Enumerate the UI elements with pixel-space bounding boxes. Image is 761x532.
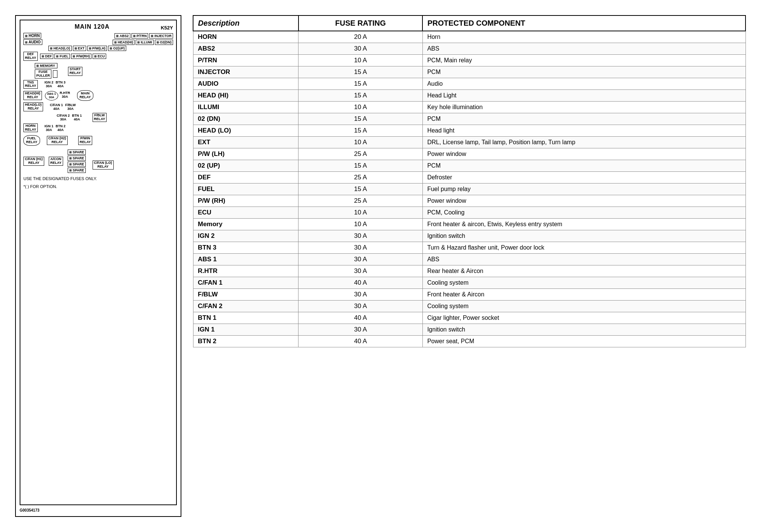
fuse-table: Description FUSE RATING PROTECTED COMPON… [193, 15, 746, 347]
relay-horn: HORNRELAY [23, 123, 38, 133]
fuse-description: HEAD (LO) [193, 125, 299, 137]
ign2-label: IGN 2 [45, 80, 54, 84]
fuse-description: IGN 2 [193, 230, 299, 242]
fuse-description: F/BLW [193, 289, 299, 301]
fuse-rating: 30 A [299, 230, 422, 242]
fuse-description: C/FAN 2 [193, 301, 299, 312]
fuse-description: INJECTOR [193, 66, 299, 78]
fuse-rating: 15 A [299, 113, 422, 125]
fuse-description: DEF [193, 172, 299, 184]
table-row: F/BLW30 AFront heater & Aircon [193, 289, 746, 301]
table-row: Memory10 AFront heater & aircon, Etwis, … [193, 219, 746, 230]
fuse-fuel: ⊞ FUEL [54, 54, 70, 59]
fuse-description: IGN 1 [193, 324, 299, 336]
fuse-component: PCM, Cooling [422, 207, 746, 219]
fuse-component: Front heater & Aircon [422, 289, 746, 301]
fuse-rating: 15 A [299, 90, 422, 102]
fuse-component: Rear heater & Aircon [422, 265, 746, 277]
fuse-component: PCM [422, 66, 746, 78]
fuse-rating: 30 A [299, 301, 422, 312]
relay-tns: TNSRELAY [23, 80, 38, 89]
fuse-description: HORN [193, 31, 299, 43]
relay-fuel: FUELRELAY [23, 135, 40, 146]
fuse-description: ABS 1 [193, 254, 299, 265]
diagram-inner: MAIN 120A K52Y ⊞ HORN ⊞ ABS2 ⊞ P/TRN ⊞ I… [20, 20, 177, 505]
fuse-pwrh: ⊞ P/W(RH) [71, 54, 91, 59]
table-row: AUDIO15 AAudio [193, 78, 746, 90]
fuse-ptrn: ⊞ P/TRN [131, 33, 148, 39]
table-row: EXT10 ADRL, License lamp, Tail lamp, Pos… [193, 137, 746, 148]
fuse-description: AUDIO [193, 78, 299, 90]
fblw-rating: 30A [67, 107, 74, 111]
btn3-rating: 40A [57, 84, 64, 88]
fuse-o2dn: ⊞ O2(DN) [155, 40, 173, 45]
table-row: HORN20 AHorn [193, 31, 746, 43]
relay-pwmin: P/WINRELAY [78, 136, 93, 145]
fuse-horn-side: ⊞ HORN [23, 33, 41, 39]
fuse-description: P/W (RH) [193, 195, 299, 207]
table-row: INJECTOR15 APCM [193, 66, 746, 78]
fuse-rating: 15 A [299, 125, 422, 137]
fuse-headhi: ⊞ HEAD(HI) [113, 40, 135, 45]
fuse-def: ⊞ DEF [40, 54, 54, 59]
fuse-description: C/FAN 1 [193, 277, 299, 289]
footnote1: USE THE DESIGNATED FUSES ONLY. [23, 176, 173, 181]
fuse-description: P/TRN [193, 55, 299, 66]
fuse-component: Cigar lighter, Power socket [422, 312, 746, 324]
table-row: IGN 230 AIgnition switch [193, 230, 746, 242]
table-row: P/W (LH)25 APower window [193, 148, 746, 160]
fuse-component: Head light [422, 125, 746, 137]
relay-headhi: HEAD(HI)RELAY [23, 91, 42, 100]
fuse-description: FUEL [193, 184, 299, 195]
btn1-rating: 40A [74, 117, 80, 121]
fuse-abs2: ⊞ ABS2 [114, 33, 130, 39]
fuse-rating: 40 A [299, 277, 422, 289]
fuse-component: PCM [422, 160, 746, 172]
fuse-injector: ⊞ INJECTOR [149, 33, 173, 39]
fuse-description: P/W (LH) [193, 148, 299, 160]
fuse-rating: 15 A [299, 184, 422, 195]
relay-cfanh1: C/FAN (H1)RELAY [23, 157, 44, 166]
fuse-rating: 30 A [299, 289, 422, 301]
table-row: ABS230 AABS [193, 43, 746, 55]
fuse-component: Head Light [422, 90, 746, 102]
rhtr-label: R.HTR [60, 91, 70, 95]
fuse-o2up: ⊞ O2(UP) [108, 46, 126, 51]
spare2: ⊞ SPARE [68, 156, 86, 161]
ign1-rating: 30A [46, 128, 52, 132]
fuse-component: DRL, License lamp, Tail lamp, Position l… [422, 137, 746, 148]
fuse-rating: 15 A [299, 66, 422, 78]
fuse-rating: 25 A [299, 195, 422, 207]
fuse-description: ECU [193, 207, 299, 219]
fuse-component: PCM [422, 113, 746, 125]
fuse-pwlh: ⊞ P/W(LH) [87, 46, 107, 51]
fuse-rating: 30 A [299, 254, 422, 265]
table-row: HEAD (LO)15 AHead light [193, 125, 746, 137]
btn3-label: BTN 3 [56, 80, 65, 84]
fuse-description: BTN 3 [193, 242, 299, 254]
fuse-rating: 15 A [299, 160, 422, 172]
fuse-rating: 30 A [299, 242, 422, 254]
table-row: P/W (RH)25 APower window [193, 195, 746, 207]
fuse-component: Power seat, PCM [422, 336, 746, 347]
fuse-rating: 30 A [299, 265, 422, 277]
footnote2: *( ) FOR OPTION. [23, 184, 173, 189]
table-row: ECU10 APCM, Cooling [193, 207, 746, 219]
fuse-component: Power window [422, 195, 746, 207]
relay-acon: A/CONRELAY [49, 157, 63, 166]
relay-headlo: HEAD(LO)RELAY [23, 102, 43, 111]
btn2-rating: 40A [57, 128, 64, 132]
fblw-label: F/BLW [65, 103, 76, 107]
table-row: IGN 130 AIgnition switch [193, 324, 746, 336]
main-fuse-label: MAIN 120A [74, 23, 110, 30]
table-row: P/TRN10 APCM, Main relay [193, 55, 746, 66]
diagram-code: G00354173 [20, 508, 177, 512]
fuse-rating: 40 A [299, 336, 422, 347]
fuse-description: ABS2 [193, 43, 299, 55]
fuse-component: Ignition switch [422, 230, 746, 242]
fuse-slot [53, 70, 57, 78]
fuse-puller: FUSEPULLER [35, 69, 51, 79]
spare3: ⊞ SPARE [68, 162, 86, 167]
btn1-label: BTN 1 [72, 114, 82, 117]
rhtr-rating: 30A [62, 95, 68, 99]
